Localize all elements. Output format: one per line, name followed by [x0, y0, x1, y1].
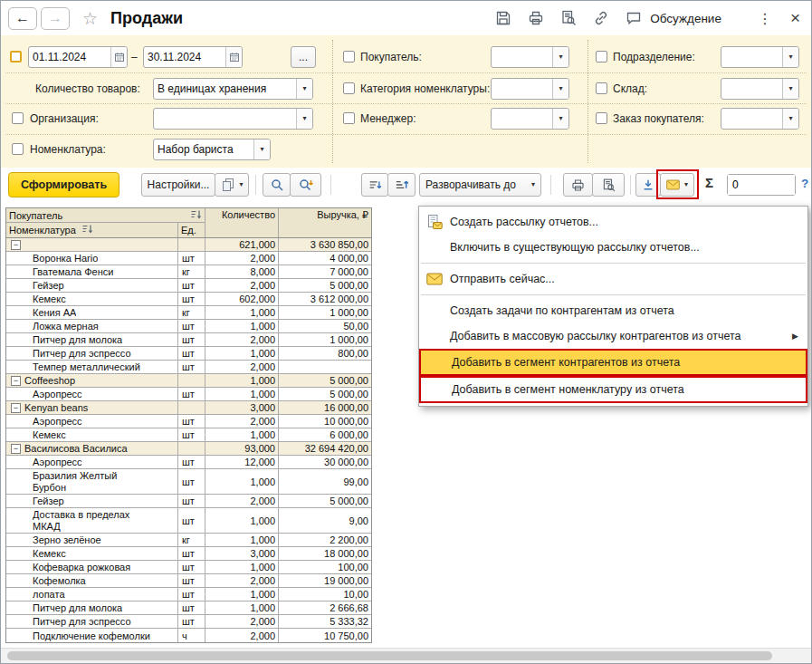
date-from-field[interactable] [28, 46, 128, 68]
table-row[interactable]: лопаташт1,00010,00 [6, 588, 371, 601]
close-icon[interactable]: × [790, 8, 800, 28]
manager-combo[interactable]: ▾ [491, 108, 569, 130]
period-options-button[interactable]: ... [291, 46, 316, 68]
table-row[interactable]: Доставка в пределах МКАДшт1,0009,00 [6, 508, 371, 534]
menu-item[interactable]: Включить в существующую рассылку отчетов… [419, 235, 807, 260]
collapse-minus-icon[interactable]: − [11, 403, 21, 413]
settings-button[interactable]: Настройки... [141, 173, 215, 197]
table-row[interactable]: Бразилия Желтый Бурбоншт1,00099,00 [6, 469, 371, 495]
collapse-minus-icon[interactable]: − [11, 444, 21, 454]
chevron-down-icon[interactable]: ▾ [782, 109, 798, 129]
table-row[interactable]: Аэропрессшт12,00030 000,00 [6, 456, 371, 469]
table-row[interactable]: Аэропрессшт2,00010 000,00 [6, 415, 371, 428]
table-row[interactable]: Питчер для эспрессошт1,000800,00 [6, 347, 371, 361]
order-combo[interactable]: ▾ [721, 108, 799, 130]
back-button[interactable]: ← [8, 7, 37, 30]
calendar-icon[interactable] [225, 47, 242, 67]
table-row[interactable]: Воронка Harioшт2,0004 000,00 [6, 252, 371, 265]
warehouse-combo[interactable]: ▾ [721, 78, 799, 100]
category-combo[interactable]: ▾ [491, 78, 569, 100]
organization-checkbox[interactable] [12, 112, 24, 124]
table-row[interactable]: Зерно зелёноекг1,0002 200,00 [6, 534, 371, 547]
menu-item[interactable]: Добавить в массовую рассылку контрагенто… [419, 323, 807, 349]
table-row[interactable]: Питчер для молокашт1,0002 666,68 [6, 601, 371, 615]
table-row[interactable]: Подключение кофемолкич2,00010 750,00 [6, 629, 371, 642]
print-preview-button[interactable] [592, 173, 625, 197]
more-menu-icon[interactable]: ⋮ [758, 10, 772, 27]
organization-combo[interactable]: ▾ [153, 108, 313, 130]
preview-icon[interactable] [559, 8, 578, 28]
table-row[interactable]: Кемексшт1,0006 000,00 [6, 428, 371, 442]
date-to-field[interactable] [143, 46, 243, 68]
help-button[interactable]: ? [801, 177, 808, 190]
category-checkbox[interactable] [343, 82, 355, 94]
chevron-down-icon[interactable]: ▾ [552, 47, 568, 67]
table-row[interactable]: Кемексшт3,00018 000,00 [6, 547, 371, 561]
sum-field[interactable] [727, 174, 796, 196]
discussion-icon[interactable] [624, 8, 644, 28]
horizontal-scrollbar[interactable] [1, 648, 811, 663]
table-row[interactable]: Питчер для эспрессошт2,0005 333,32 [6, 615, 371, 629]
quantity-mode-combo[interactable]: В единицах хранения ▾ [153, 78, 313, 100]
group-row[interactable]: −Kenyan beans3,00016 000,00 [6, 401, 371, 415]
group-row[interactable]: −Василисова Василиса93,00032 694 420,00 [6, 442, 371, 456]
search-button[interactable] [263, 173, 291, 197]
chevron-down-icon[interactable]: ▾ [782, 47, 798, 67]
table-row[interactable]: Кения ААкг1,0001 000,00 [6, 306, 371, 320]
search-next-button[interactable] [290, 173, 321, 197]
period-checkbox[interactable] [10, 51, 22, 63]
chevron-down-icon[interactable]: ▾ [782, 79, 798, 99]
forward-button[interactable]: → [41, 7, 70, 30]
department-checkbox[interactable] [596, 51, 607, 63]
chevron-down-icon[interactable]: ▾ [253, 140, 270, 159]
sum-input[interactable] [728, 175, 795, 195]
collapse-minus-icon[interactable]: − [11, 240, 21, 250]
chevron-down-icon[interactable]: ▾ [552, 109, 568, 129]
sort-icon[interactable] [190, 209, 202, 222]
group-row[interactable]: −Coffeeshop1,0005 000,00 [6, 374, 371, 388]
menu-item[interactable]: Создать задачи по контрагентам из отчета [419, 298, 807, 323]
nomenclature-combo[interactable]: Набор бариста ▾ [153, 139, 271, 160]
table-row[interactable]: Кофеварка рожковаяшт1,000100,00 [6, 561, 371, 574]
buyer-checkbox[interactable] [343, 51, 355, 63]
table-row[interactable]: Кофемолкашт2,00019 000,00 [6, 574, 371, 588]
favorite-star-icon[interactable]: ☆ [82, 8, 98, 29]
save-result-button[interactable] [635, 173, 661, 197]
group-row[interactable]: −621,0003 630 850,00 [6, 238, 371, 252]
scrollbar-thumb[interactable] [7, 651, 772, 660]
table-row[interactable]: Питчер для молокашт2,0001 000,00 [6, 333, 371, 347]
date-to-input[interactable] [144, 47, 225, 67]
menu-item[interactable]: Добавить в сегмент номенклатуру из отчет… [421, 378, 806, 401]
menu-item[interactable]: Отправить сейчас... [419, 266, 807, 292]
expand-levels-button[interactable] [387, 173, 416, 197]
generate-button[interactable]: Сформировать [8, 172, 119, 197]
settings-variants-button[interactable]: ▾ [215, 173, 249, 197]
table-row[interactable]: Кемексшт602,0003 612 000,00 [6, 293, 371, 306]
expand-to-button[interactable]: Разворачивать до ▾ [419, 173, 541, 197]
nomenclature-checkbox[interactable] [12, 143, 24, 155]
chevron-down-icon[interactable]: ▾ [552, 79, 568, 99]
warehouse-checkbox[interactable] [596, 82, 607, 94]
print-button[interactable] [563, 173, 593, 197]
sort-icon[interactable] [81, 224, 93, 236]
print-icon[interactable] [526, 8, 546, 28]
save-icon[interactable] [493, 8, 513, 28]
date-from-input[interactable] [29, 47, 110, 67]
menu-item[interactable]: Добавить в сегмент контрагентов из отчет… [421, 351, 806, 374]
department-combo[interactable]: ▾ [721, 46, 799, 68]
table-row[interactable]: Аэропрессшт1,0005 000,00 [6, 388, 371, 401]
table-row[interactable]: Гватемала Фенсикг8,0007 000,00 [6, 265, 371, 279]
chevron-down-icon[interactable]: ▾ [296, 109, 312, 129]
send-by-email-button[interactable]: ▾ [660, 173, 694, 197]
buyer-combo[interactable]: ▾ [491, 46, 569, 68]
order-checkbox[interactable] [596, 112, 607, 124]
manager-checkbox[interactable] [343, 112, 355, 124]
table-row[interactable]: Ложка мернаяшт1,00050,00 [6, 320, 371, 333]
sum-sigma-button[interactable]: Σ [705, 175, 713, 190]
menu-item[interactable]: Создать рассылку отчетов... [419, 209, 807, 235]
table-row[interactable]: Гейзершт2,0005 000,00 [6, 279, 371, 293]
table-row[interactable]: Темпер металлическийшт2,000 [6, 361, 371, 374]
chevron-down-icon[interactable]: ▾ [296, 79, 312, 99]
collapse-minus-icon[interactable]: − [11, 376, 21, 386]
link-icon[interactable] [591, 8, 611, 28]
